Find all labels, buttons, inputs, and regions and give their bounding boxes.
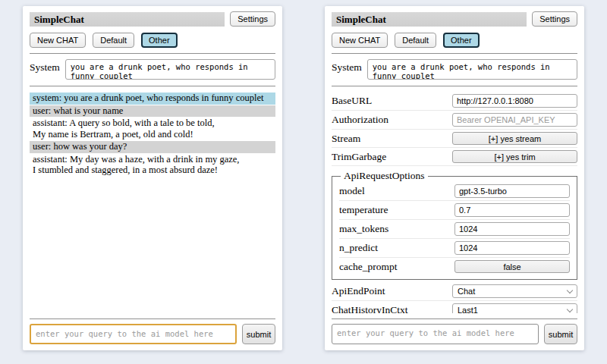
- trim-garbage-toggle-button[interactable]: [+] yes trim: [452, 150, 577, 163]
- system-prompt-label: System: [332, 59, 362, 74]
- settings-button[interactable]: Settings: [532, 11, 577, 27]
- setting-row-stream: Stream [+] yes stream: [332, 130, 577, 148]
- chat-message-assistant: assistant: My day was a haze, with a dri…: [30, 154, 275, 177]
- submit-button[interactable]: submit: [544, 324, 577, 344]
- max-tokens-label: max_tokens: [339, 223, 388, 235]
- system-prompt-input[interactable]: you are a drunk poet, who responds in fu…: [367, 59, 577, 80]
- setting-row-authorization: Authorization: [332, 111, 577, 130]
- page: SimpleChat Settings New CHAT Default Oth…: [0, 0, 607, 350]
- app-title-bar: SimpleChat: [30, 12, 225, 27]
- system-prompt-row: System you are a drunk poet, who respond…: [332, 59, 577, 80]
- chevron-down-icon: [567, 306, 573, 312]
- chat-history-selected-value: Last1: [458, 306, 478, 313]
- divider: [332, 53, 577, 54]
- divider: [332, 86, 577, 86]
- setting-row-cache-prompt: cache_prompt false: [339, 258, 570, 275]
- divider: [30, 53, 275, 54]
- app-title: SimpleChat: [336, 14, 386, 25]
- session-toolbar: New CHAT Default Other: [332, 33, 577, 48]
- query-input[interactable]: [30, 324, 237, 344]
- chat-panel: SimpleChat Settings New CHAT Default Oth…: [23, 6, 282, 350]
- setting-row-chat-history-in-ctxt: ChatHistoryInCtxt Last1: [332, 301, 577, 313]
- cache-prompt-toggle-button[interactable]: false: [454, 260, 570, 273]
- trim-garbage-label: TrimGarbage: [332, 151, 386, 163]
- query-section: submit: [332, 313, 577, 344]
- n-predict-input[interactable]: [454, 241, 570, 255]
- query-input[interactable]: [332, 324, 539, 344]
- setting-row-max-tokens: max_tokens: [339, 220, 570, 239]
- setting-row-trim-garbage: TrimGarbage [+] yes trim: [332, 148, 577, 166]
- stream-label: Stream: [332, 133, 360, 145]
- session-button-other[interactable]: Other: [443, 33, 480, 48]
- system-prompt-row: System you are a drunk poet, who respond…: [30, 59, 275, 80]
- query-row: submit: [30, 324, 275, 344]
- session-button-default[interactable]: Default: [93, 33, 134, 48]
- api-endpoint-selected-value: Chat: [458, 287, 475, 296]
- setting-row-temperature: temperature: [339, 201, 570, 220]
- session-button-other[interactable]: Other: [141, 33, 178, 48]
- submit-button[interactable]: submit: [242, 324, 275, 344]
- api-endpoint-select[interactable]: Chat: [452, 284, 577, 298]
- settings-panel: SimpleChat Settings New CHAT Default Oth…: [325, 6, 584, 350]
- settings-list: BaseURL Authorization Stream [+] yes str…: [332, 92, 577, 313]
- app-title-bar: SimpleChat: [332, 12, 527, 27]
- setting-row-api-endpoint: ApiEndPoint Chat: [332, 282, 577, 301]
- baseurl-label: BaseURL: [332, 95, 372, 107]
- app-title: SimpleChat: [34, 14, 84, 25]
- new-chat-button[interactable]: New CHAT: [332, 33, 388, 48]
- chat-history-in-ctxt-label: ChatHistoryInCtxt: [332, 304, 408, 313]
- divider: [30, 86, 275, 86]
- divider: [30, 318, 275, 319]
- session-toolbar: New CHAT Default Other: [30, 33, 275, 48]
- system-prompt-input[interactable]: you are a drunk poet, who responds in fu…: [65, 59, 275, 80]
- settings-button[interactable]: Settings: [230, 11, 275, 27]
- setting-row-model: model: [339, 182, 570, 201]
- api-endpoint-label: ApiEndPoint: [332, 285, 385, 297]
- chevron-down-icon: [567, 287, 573, 293]
- chat-history-in-ctxt-select[interactable]: Last1: [452, 303, 577, 313]
- setting-row-baseurl: BaseURL: [332, 92, 577, 111]
- chat-message-list: system: you are a drunk poet, who respon…: [30, 93, 275, 313]
- settings-panel-header: SimpleChat Settings: [332, 11, 577, 27]
- query-row: submit: [332, 324, 577, 344]
- chat-message-system: system: you are a drunk poet, who respon…: [30, 93, 275, 105]
- model-input[interactable]: [454, 184, 570, 198]
- authorization-label: Authorization: [332, 114, 388, 126]
- stream-toggle-button[interactable]: [+] yes stream: [452, 132, 577, 145]
- session-button-default[interactable]: Default: [395, 33, 436, 48]
- n-predict-label: n_predict: [339, 242, 378, 254]
- max-tokens-input[interactable]: [454, 222, 570, 236]
- authorization-input[interactable]: [452, 113, 577, 127]
- new-chat-button[interactable]: New CHAT: [30, 33, 86, 48]
- setting-row-n-predict: n_predict: [339, 239, 570, 258]
- model-label: model: [339, 185, 365, 197]
- chat-message-user: user: how was your day?: [30, 141, 275, 153]
- api-request-options-legend: ApiRequestOptions: [341, 170, 428, 182]
- cache-prompt-label: cache_prompt: [339, 261, 397, 273]
- system-prompt-label: System: [30, 59, 60, 74]
- baseurl-input[interactable]: [452, 94, 577, 108]
- chat-message-assistant: assistant: A query so bold, with a tale …: [30, 118, 275, 140]
- temperature-label: temperature: [339, 204, 388, 216]
- api-request-options-fieldset: ApiRequestOptions model temperature max_…: [332, 170, 577, 280]
- temperature-input[interactable]: [454, 203, 570, 217]
- chat-panel-header: SimpleChat Settings: [30, 11, 275, 27]
- chat-message-user: user: what is your name: [30, 105, 275, 118]
- query-section: submit: [30, 313, 275, 344]
- divider: [332, 318, 577, 319]
